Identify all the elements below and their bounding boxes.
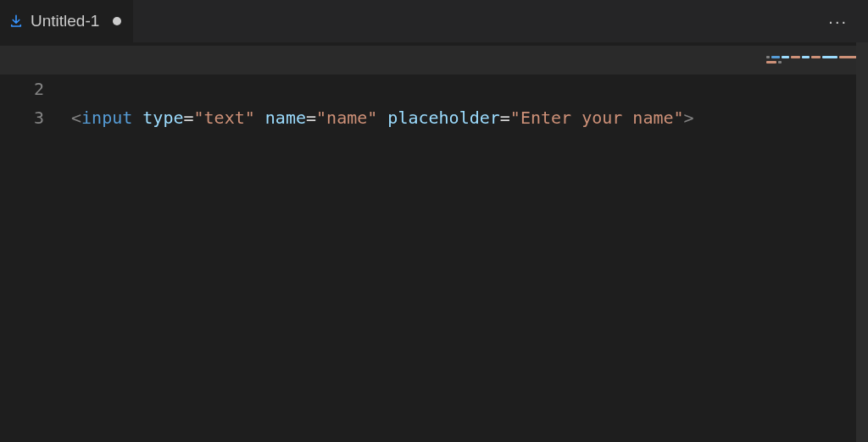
code-content[interactable]: <input type="text" name="name" placehold… <box>59 42 737 442</box>
line-number: 2 <box>0 75 59 103</box>
more-actions-button[interactable]: ··· <box>823 8 853 35</box>
token-op <box>132 108 142 128</box>
token-str: "name" <box>316 108 377 128</box>
token-op: = <box>306 108 316 128</box>
token-punc: < <box>71 108 81 128</box>
token-op: = <box>183 108 193 128</box>
token-op: = <box>500 108 510 128</box>
code-line[interactable] <box>59 46 737 75</box>
vertical-scrollbar[interactable] <box>856 42 868 442</box>
token-punc: > <box>684 108 694 128</box>
token-str: "Enter your name" <box>510 108 684 128</box>
code-line[interactable]: <input type="text" name="name" placehold… <box>59 103 737 132</box>
scrollbar-thumb[interactable] <box>856 42 868 442</box>
editor-area[interactable]: 123 <input type="text" name="name" place… <box>0 42 868 442</box>
token-str: "text" <box>194 108 255 128</box>
code-line[interactable] <box>59 75 737 103</box>
editor-tab[interactable]: Untitled-1 <box>0 0 134 42</box>
unsaved-indicator-icon <box>113 17 121 25</box>
token-attr: type <box>142 108 183 128</box>
line-number-wrap-spacer <box>0 132 59 161</box>
file-icon <box>8 14 24 29</box>
tab-label: Untitled-1 <box>31 12 99 30</box>
tab-actions: ··· <box>823 0 853 42</box>
line-number-gutter: 123 <box>0 42 59 442</box>
token-op <box>255 108 265 128</box>
token-op <box>377 108 387 128</box>
token-tag: input <box>81 108 132 128</box>
token-attr: placeholder <box>387 108 499 128</box>
tab-bar: Untitled-1 ··· <box>0 0 868 42</box>
token-attr: name <box>265 108 306 128</box>
line-number: 3 <box>0 103 59 132</box>
